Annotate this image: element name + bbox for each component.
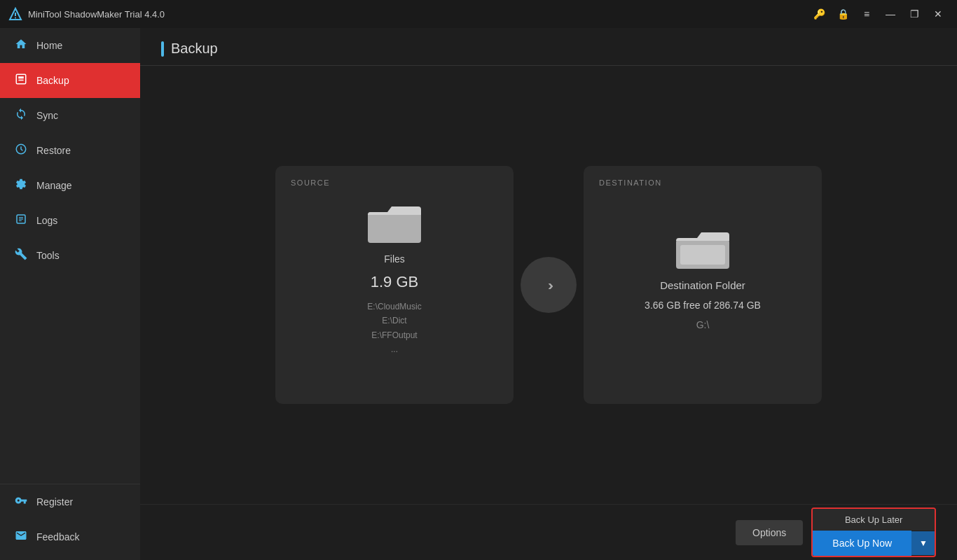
source-card[interactable]: Files 1.9 GB E:\CloudMusic E:\Dict E:\FF… (275, 166, 514, 404)
feedback-label: Feedback (36, 531, 79, 542)
destination-card[interactable]: Destination Folder 3.66 GB free of 286.7… (584, 166, 822, 404)
sidebar-item-logs[interactable]: Logs (0, 203, 140, 238)
svg-rect-3 (16, 74, 26, 84)
home-icon (14, 38, 28, 53)
sidebar: Home Backup Sync Restore Manage (0, 28, 140, 560)
sidebar-item-register[interactable]: Register (0, 484, 140, 519)
page-header: Backup (140, 28, 957, 66)
destination-name: Destination Folder (660, 279, 745, 291)
restore-icon (14, 143, 28, 158)
content-area: Backup SOURCE Files 1.9 GB (140, 28, 957, 560)
back-up-now-button[interactable]: Back Up Now (813, 531, 911, 556)
source-size: 1.9 GB (371, 273, 418, 291)
sidebar-item-home[interactable]: Home (0, 28, 140, 63)
destination-path: G:\ (696, 319, 710, 330)
destination-card-inner: Destination Folder 3.66 GB free of 286.7… (645, 225, 761, 330)
key-icon (14, 494, 28, 510)
back-up-now-dropdown-button[interactable]: ▼ (911, 531, 935, 555)
title-controls: 🔑 🔒 ≡ — ❐ ✕ (808, 4, 949, 24)
lock-button[interactable]: 🔒 (832, 4, 853, 24)
nav-spacer (0, 273, 140, 484)
svg-point-2 (15, 18, 16, 19)
key-button[interactable]: 🔑 (808, 4, 829, 24)
feedback-icon (14, 529, 28, 545)
title-bar: MiniTool ShadowMaker Trial 4.4.0 🔑 🔒 ≡ —… (0, 0, 957, 28)
page-title: Backup (171, 41, 218, 57)
options-button[interactable]: Options (736, 520, 803, 545)
sidebar-item-restore[interactable]: Restore (0, 133, 140, 168)
main-area: Home Backup Sync Restore Manage (0, 28, 957, 560)
minimize-button[interactable]: — (880, 4, 901, 24)
sidebar-item-feedback[interactable]: Feedback (0, 519, 140, 554)
restore-button[interactable]: ❐ (904, 4, 925, 24)
sidebar-item-backup[interactable]: Backup (0, 63, 140, 98)
source-paths: E:\CloudMusic E:\Dict E:\FFOutput ... (367, 300, 421, 357)
backup-label: Backup (36, 75, 69, 86)
destination-free-space: 3.66 GB free of 286.74 GB (645, 300, 761, 311)
source-path-2: E:\Dict (367, 314, 421, 328)
source-card-wrapper: SOURCE Files 1.9 GB E:\CloudMusic E:\Dic… (275, 166, 514, 404)
register-label: Register (36, 496, 73, 507)
tools-icon (14, 248, 28, 263)
logs-icon (14, 213, 28, 228)
home-label: Home (36, 40, 62, 51)
page-title-accent (161, 41, 164, 57)
sidebar-item-manage[interactable]: Manage (0, 168, 140, 203)
manage-icon (14, 178, 28, 193)
app-title: MiniTool ShadowMaker Trial 4.4.0 (28, 9, 165, 20)
title-left: MiniTool ShadowMaker Trial 4.4.0 (8, 7, 165, 21)
back-up-later-button[interactable]: Back Up Later (813, 509, 935, 531)
backup-cards-area: SOURCE Files 1.9 GB E:\CloudMusic E:\Dic… (140, 66, 957, 504)
destination-folder-icon (675, 225, 731, 271)
arrow-icon: ››› (548, 277, 549, 293)
source-path-1: E:\CloudMusic (367, 300, 421, 314)
bottom-bar: Options Back Up Later Back Up Now ▼ (140, 504, 957, 560)
close-button[interactable]: ✕ (928, 4, 949, 24)
source-path-3: E:\FFOutput (367, 328, 421, 342)
source-path-ellipsis: ... (367, 342, 421, 356)
destination-card-wrapper: DESTINATION Destination Folder 3.66 GB f… (584, 166, 822, 404)
arrow-connector: ››› (521, 257, 577, 313)
sidebar-item-sync[interactable]: Sync (0, 98, 140, 133)
app-logo (8, 7, 22, 21)
tools-label: Tools (36, 250, 60, 261)
nav-bottom: Register Feedback (0, 484, 140, 560)
source-card-inner: Files 1.9 GB E:\CloudMusic E:\Dict E:\FF… (366, 200, 422, 357)
logs-label: Logs (36, 215, 57, 226)
sidebar-item-tools[interactable]: Tools (0, 238, 140, 273)
svg-rect-4 (18, 80, 24, 81)
manage-label: Manage (36, 180, 72, 191)
destination-label: DESTINATION (599, 178, 662, 187)
sync-label: Sync (36, 110, 58, 121)
back-up-now-row: Back Up Now ▼ (813, 531, 935, 556)
backup-icon (14, 73, 28, 88)
source-label: SOURCE (291, 178, 330, 187)
restore-label: Restore (36, 145, 71, 156)
svg-rect-13 (680, 245, 725, 265)
menu-button[interactable]: ≡ (856, 4, 877, 24)
backup-actions: Back Up Later Back Up Now ▼ (811, 507, 936, 557)
svg-rect-11 (368, 212, 421, 243)
source-name: Files (384, 253, 405, 265)
sync-icon (14, 108, 28, 123)
source-folder-icon (366, 200, 422, 245)
